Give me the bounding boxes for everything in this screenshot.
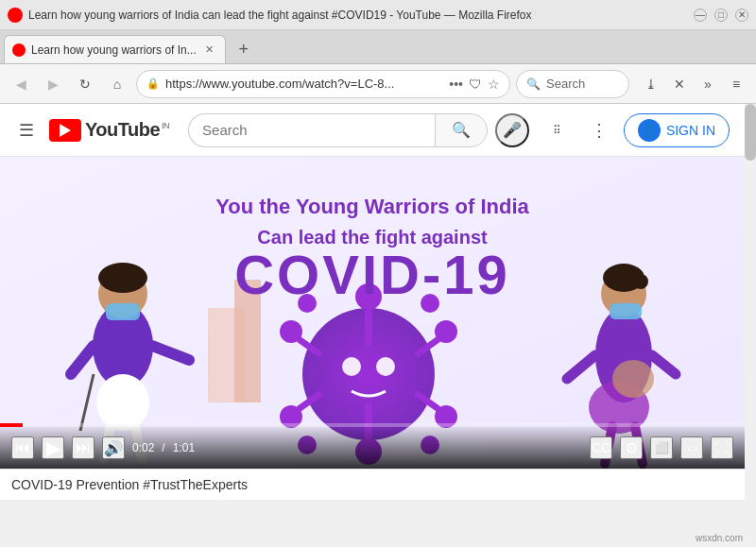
mic-icon: 🎤 bbox=[503, 121, 522, 139]
video-info-bar: COVID-19 Prevention #TrustTheExperts bbox=[0, 469, 745, 500]
total-duration: 1:01 bbox=[173, 441, 195, 454]
video-background: You the Young Warriors of India Can lead… bbox=[0, 157, 745, 469]
svg-point-25 bbox=[98, 263, 147, 293]
video-frame-svg: You the Young Warriors of India Can lead… bbox=[0, 157, 745, 469]
svg-point-20 bbox=[342, 357, 361, 376]
sign-in-label: SIGN IN bbox=[666, 123, 715, 138]
browser-search-box[interactable]: 🔍 Search bbox=[516, 70, 629, 98]
sign-in-button[interactable]: 👤 SIGN IN bbox=[624, 113, 730, 147]
progress-fill bbox=[0, 423, 23, 427]
video-info-text: COVID-19 Prevention #TrustTheExperts bbox=[11, 477, 248, 492]
youtube-header-right: ⠿ ⋮ 👤 SIGN IN bbox=[541, 113, 730, 147]
miniplayer-button[interactable]: ⬜ bbox=[650, 436, 673, 459]
youtube-play-triangle bbox=[60, 124, 71, 137]
svg-point-36 bbox=[633, 274, 648, 289]
youtube-mic-button[interactable]: 🎤 bbox=[495, 113, 529, 147]
video-player[interactable]: You the Young Warriors of India Can lead… bbox=[0, 157, 745, 469]
svg-point-23 bbox=[96, 374, 149, 431]
tab-bar: Learn how young warriors of In... ✕ + bbox=[0, 30, 756, 64]
downloads-icon[interactable]: ⤓ bbox=[639, 72, 663, 96]
toolbar-icons: ⤓ ✕ » ≡ bbox=[639, 72, 748, 96]
svg-rect-26 bbox=[106, 303, 140, 320]
home-button[interactable]: ⌂ bbox=[104, 71, 130, 97]
address-more-icon[interactable]: ••• bbox=[449, 77, 463, 92]
maximize-button[interactable]: □ bbox=[714, 9, 728, 22]
shield-icon: 🛡 bbox=[469, 77, 482, 92]
youtube-header: ☰ YouTube IN 🔍 🎤 ⠿ ⋮ 👤 SI bbox=[0, 104, 745, 157]
controls-right: CC ⚙ ⬜ ▭ ⛶ bbox=[590, 433, 733, 459]
window-controls[interactable]: — □ ✕ bbox=[694, 9, 748, 22]
time-separator: / bbox=[162, 441, 164, 454]
new-tab-button[interactable]: + bbox=[230, 35, 258, 63]
youtube-logo-text: YouTube IN bbox=[85, 119, 169, 141]
active-tab[interactable]: Learn how young warriors of In... ✕ bbox=[4, 35, 226, 63]
youtube-logo-icon bbox=[49, 119, 81, 142]
forward-button[interactable]: ▶ bbox=[40, 71, 66, 97]
watermark: wsxdn.com bbox=[696, 533, 743, 543]
skip-back-button[interactable]: ⏮ bbox=[11, 436, 34, 459]
fullscreen-button[interactable]: ⛶ bbox=[711, 436, 733, 459]
skip-forward-button[interactable]: ⏭ bbox=[72, 436, 94, 459]
title-text: Learn how young warriors of India can le… bbox=[28, 9, 686, 22]
progress-bar[interactable] bbox=[0, 423, 745, 427]
tab-close-button[interactable]: ✕ bbox=[202, 43, 217, 58]
bookmarks-icon[interactable]: ✕ bbox=[667, 72, 692, 96]
menu-icon[interactable]: ≡ bbox=[724, 72, 748, 96]
lock-icon: 🔒 bbox=[146, 77, 160, 90]
svg-point-38 bbox=[612, 360, 654, 398]
scrollbar-thumb[interactable] bbox=[745, 104, 756, 161]
close-button[interactable]: ✕ bbox=[735, 9, 748, 22]
youtube-apps-button[interactable]: ⠿ bbox=[541, 113, 575, 147]
theater-button[interactable]: ▭ bbox=[680, 436, 703, 459]
more-icon: ⋮ bbox=[591, 120, 608, 141]
tab-label: Learn how young warriors of In... bbox=[31, 43, 197, 57]
star-icon[interactable]: ☆ bbox=[488, 77, 500, 92]
back-button[interactable]: ◀ bbox=[8, 71, 34, 97]
search-icon: 🔍 bbox=[526, 77, 541, 91]
youtube-search-button[interactable]: 🔍 bbox=[435, 113, 488, 147]
scrollbar[interactable] bbox=[745, 104, 756, 547]
svg-rect-37 bbox=[610, 303, 642, 319]
volume-button[interactable]: 🔊 bbox=[102, 436, 125, 459]
play-button[interactable]: ▶ bbox=[42, 436, 64, 459]
sign-in-avatar-icon: 👤 bbox=[638, 119, 661, 142]
video-controls: ⏮ ▶ ⏭ 🔊 0:02 / 1:01 CC ⚙ ⬜ ▭ ⛶ bbox=[0, 423, 745, 469]
svg-point-21 bbox=[376, 357, 395, 376]
settings-button[interactable]: ⚙ bbox=[620, 436, 643, 459]
search-placeholder-text: Search bbox=[546, 77, 585, 91]
title-favicon bbox=[8, 8, 23, 23]
reload-button[interactable]: ↻ bbox=[72, 71, 98, 97]
extensions-icon[interactable]: » bbox=[696, 72, 720, 96]
address-input[interactable]: 🔒 https://www.youtube.com/watch?v=LC-8..… bbox=[136, 70, 510, 98]
hamburger-menu-button[interactable]: ☰ bbox=[15, 116, 38, 145]
youtube-search-input[interactable] bbox=[188, 113, 435, 147]
address-bar: ◀ ▶ ↻ ⌂ 🔒 https://www.youtube.com/watch?… bbox=[0, 64, 756, 104]
url-text: https://www.youtube.com/watch?v=LC-8... bbox=[165, 77, 439, 91]
current-time: 0:02 bbox=[132, 441, 154, 454]
svg-text:COVID-19: COVID-19 bbox=[234, 244, 510, 305]
youtube-search-wrap: 🔍 🎤 bbox=[188, 113, 529, 147]
main-content: ☰ YouTube IN 🔍 🎤 ⠿ ⋮ 👤 SI bbox=[0, 104, 745, 513]
youtube-logo[interactable]: YouTube IN bbox=[49, 119, 169, 142]
search-icon: 🔍 bbox=[452, 121, 471, 139]
tab-favicon bbox=[12, 43, 26, 57]
minimize-button[interactable]: — bbox=[694, 9, 707, 22]
title-bar: Learn how young warriors of India can le… bbox=[0, 0, 756, 30]
svg-text:You the Young Warriors of Indi: You the Young Warriors of India bbox=[215, 195, 529, 218]
youtube-more-button[interactable]: ⋮ bbox=[582, 113, 616, 147]
captions-button[interactable]: CC bbox=[590, 436, 612, 459]
grid-icon: ⠿ bbox=[553, 125, 561, 136]
